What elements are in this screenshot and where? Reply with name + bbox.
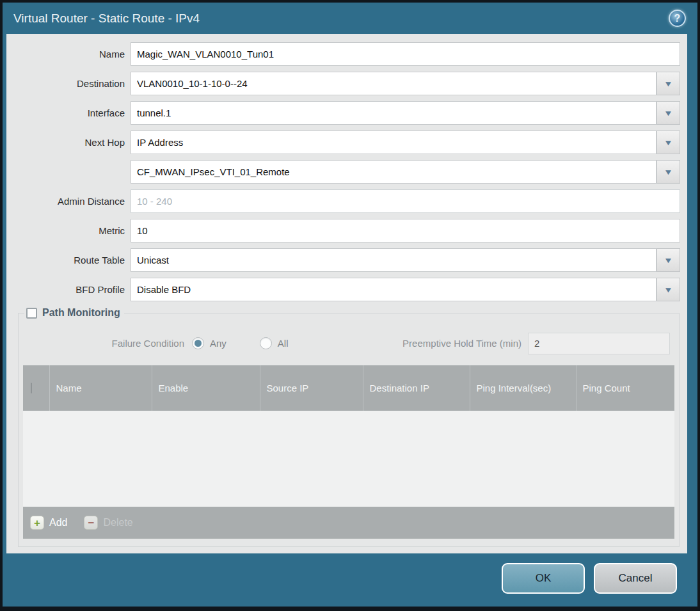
name-input[interactable] bbox=[131, 42, 680, 66]
radio-any-label: Any bbox=[210, 338, 227, 349]
failure-condition-all-option: All bbox=[260, 337, 289, 349]
next-hop-address-input[interactable] bbox=[131, 160, 656, 184]
table-header-row: Name Enable Source IP Destination IP Pin… bbox=[23, 365, 674, 411]
admin-distance-input[interactable] bbox=[131, 189, 680, 213]
add-button[interactable]: + Add bbox=[30, 516, 67, 530]
delete-button-label: Delete bbox=[103, 517, 132, 528]
preemptive-hold-time-label: Preemptive Hold Time (min) bbox=[402, 338, 521, 349]
table-empty-body bbox=[23, 411, 674, 507]
metric-input[interactable] bbox=[131, 219, 680, 242]
chevron-down-icon: ▼ bbox=[664, 168, 673, 176]
column-header-name: Name bbox=[49, 365, 152, 411]
admin-distance-row: Admin Distance bbox=[6, 189, 680, 213]
destination-dropdown-button[interactable]: ▼ bbox=[656, 72, 680, 95]
path-monitoring-title: Path Monitoring bbox=[42, 307, 120, 319]
next-hop-label: Next Hop bbox=[6, 137, 131, 148]
interface-label: Interface bbox=[6, 107, 131, 118]
next-hop-row: Next Hop ▼ bbox=[6, 131, 680, 154]
bfd-profile-row: BFD Profile ▼ bbox=[6, 278, 680, 301]
add-button-label: Add bbox=[49, 517, 67, 528]
metric-row: Metric bbox=[6, 219, 680, 242]
failure-condition-row: Failure Condition Any All Preemptive Hol… bbox=[23, 331, 674, 355]
name-row: Name bbox=[6, 42, 680, 66]
failure-condition-any-option: Any bbox=[192, 337, 227, 349]
chevron-down-icon: ▼ bbox=[664, 109, 673, 117]
select-all-checkbox[interactable] bbox=[31, 382, 32, 394]
ok-button[interactable]: OK bbox=[502, 563, 585, 594]
table-toolbar: + Add − Delete bbox=[23, 507, 674, 539]
destination-label: Destination bbox=[6, 78, 131, 89]
bfd-profile-label: BFD Profile bbox=[6, 284, 131, 295]
column-header-ping-count: Ping Count bbox=[576, 365, 674, 411]
metric-label: Metric bbox=[6, 225, 131, 236]
next-hop-address-row: ▼ bbox=[6, 160, 680, 184]
bfd-profile-dropdown-button[interactable]: ▼ bbox=[656, 278, 680, 301]
radio-dot bbox=[195, 340, 202, 347]
delete-button[interactable]: − Delete bbox=[84, 516, 132, 530]
dialog-window: Virtual Router - Static Route - IPv4 ? N… bbox=[3, 3, 697, 607]
chevron-down-icon: ▼ bbox=[664, 80, 673, 88]
column-header-source-ip: Source IP bbox=[260, 365, 363, 411]
admin-distance-label: Admin Distance bbox=[6, 196, 131, 207]
path-monitoring-section: Path Monitoring Failure Condition Any Al… bbox=[18, 307, 680, 547]
column-header-ping-interval: Ping Interval(sec) bbox=[470, 365, 576, 411]
radio-dot bbox=[262, 340, 269, 347]
interface-row: Interface ▼ bbox=[6, 101, 680, 125]
plus-icon: + bbox=[30, 516, 44, 530]
name-label: Name bbox=[6, 49, 131, 60]
route-table-dropdown-button[interactable]: ▼ bbox=[656, 248, 680, 272]
chevron-down-icon: ▼ bbox=[664, 286, 673, 294]
dialog-body: Name Destination ▼ Interface ▼ bbox=[6, 34, 687, 553]
interface-input[interactable] bbox=[131, 101, 656, 125]
help-icon-glyph: ? bbox=[674, 13, 681, 24]
path-monitoring-checkbox[interactable] bbox=[26, 308, 37, 319]
cancel-button[interactable]: Cancel bbox=[594, 563, 677, 594]
path-monitoring-table: Name Enable Source IP Destination IP Pin… bbox=[23, 365, 674, 411]
path-monitoring-legend: Path Monitoring bbox=[24, 307, 124, 319]
dialog-titlebar: Virtual Router - Static Route - IPv4 bbox=[3, 3, 697, 35]
chevron-down-icon: ▼ bbox=[664, 257, 673, 264]
destination-input[interactable] bbox=[131, 72, 656, 95]
route-table-row: Route Table ▼ bbox=[6, 248, 680, 272]
column-header-enable: Enable bbox=[152, 365, 260, 411]
interface-dropdown-button[interactable]: ▼ bbox=[656, 101, 680, 125]
help-icon[interactable]: ? bbox=[669, 10, 686, 27]
dialog-title: Virtual Router - Static Route - IPv4 bbox=[13, 12, 200, 26]
next-hop-dropdown-button[interactable]: ▼ bbox=[656, 131, 680, 154]
destination-row: Destination ▼ bbox=[6, 72, 680, 95]
bfd-profile-input[interactable] bbox=[131, 278, 656, 301]
select-all-column bbox=[23, 365, 49, 411]
preemptive-hold-time-input[interactable] bbox=[528, 333, 670, 354]
next-hop-input[interactable] bbox=[131, 131, 656, 154]
route-table-input[interactable] bbox=[131, 248, 656, 272]
radio-all-label: All bbox=[278, 338, 289, 349]
next-hop-address-dropdown-button[interactable]: ▼ bbox=[656, 160, 680, 184]
failure-condition-label: Failure Condition bbox=[23, 338, 184, 349]
route-table-label: Route Table bbox=[6, 255, 131, 266]
minus-icon: − bbox=[84, 516, 98, 530]
radio-all[interactable] bbox=[260, 337, 272, 349]
radio-any[interactable] bbox=[192, 337, 204, 349]
column-header-destination-ip: Destination IP bbox=[363, 365, 470, 411]
chevron-down-icon: ▼ bbox=[664, 139, 673, 147]
